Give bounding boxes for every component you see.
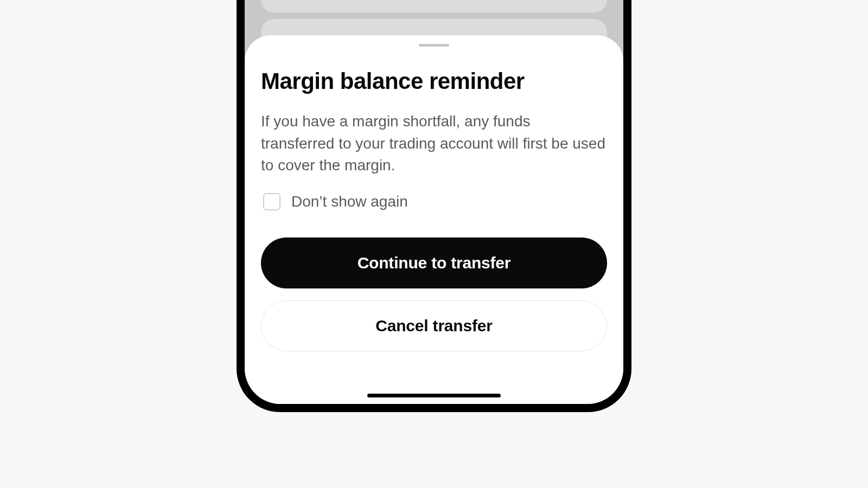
- background-card: [261, 0, 607, 12]
- sheet-body-text: If you have a margin shortfall, any fund…: [261, 111, 607, 177]
- cancel-transfer-label: Cancel transfer: [375, 317, 492, 335]
- drag-handle[interactable]: [419, 44, 449, 47]
- home-indicator[interactable]: [367, 394, 501, 397]
- phone-frame: Margin balance reminder If you have a ma…: [237, 0, 631, 412]
- dont-show-again-row[interactable]: Don’t show again: [261, 193, 607, 210]
- dont-show-again-checkbox[interactable]: [263, 193, 280, 210]
- cancel-transfer-button[interactable]: Cancel transfer: [261, 300, 607, 351]
- phone-screen: Margin balance reminder If you have a ma…: [245, 0, 623, 404]
- continue-transfer-button[interactable]: Continue to transfer: [261, 237, 607, 288]
- bottom-sheet: Margin balance reminder If you have a ma…: [245, 35, 623, 404]
- dont-show-again-label: Don’t show again: [291, 193, 408, 210]
- continue-transfer-label: Continue to transfer: [358, 254, 511, 272]
- sheet-title: Margin balance reminder: [261, 68, 607, 94]
